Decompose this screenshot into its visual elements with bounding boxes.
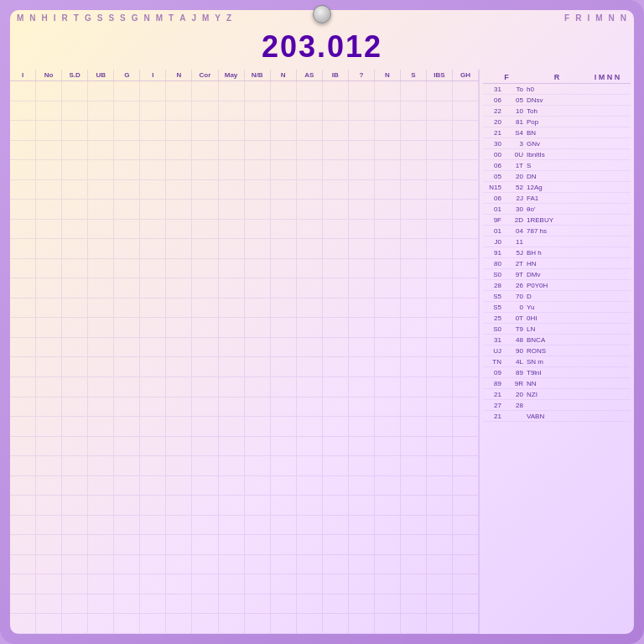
sidebar-col3: DN (527, 173, 631, 180)
grid-cell (297, 121, 323, 140)
grid-cell (62, 614, 88, 633)
sidebar-col2: To (505, 86, 523, 93)
sidebar-col1: 25 (483, 314, 501, 322)
list-item: 21 20 NZI (483, 389, 631, 400)
grid-cell (114, 318, 140, 337)
grid-cell (323, 318, 349, 337)
grid-cell (427, 200, 453, 219)
grid-cell (114, 574, 140, 594)
nav-item: H (42, 13, 49, 23)
grid-cell (219, 220, 245, 239)
grid-cell (297, 259, 323, 278)
grid-cell (36, 595, 62, 614)
grid-cell (10, 614, 36, 633)
grid-cell (219, 101, 245, 121)
grid-cell (401, 614, 427, 633)
grid-cell (10, 397, 36, 417)
grid-cell (323, 278, 349, 298)
grid-cell (88, 318, 114, 337)
grid-header-cell: I (10, 70, 36, 80)
sidebar-header: F R I M N N (483, 71, 631, 84)
grid-cell (219, 397, 245, 417)
grid-cell (297, 476, 323, 496)
grid-cell (88, 437, 114, 456)
list-item: TN 4L SN m (483, 356, 631, 367)
grid-cell (349, 574, 375, 594)
grid-cell (401, 200, 427, 219)
grid-cell (427, 614, 453, 633)
sidebar-col2: 10 (505, 107, 523, 115)
list-item: 22 10 Toh (483, 106, 631, 117)
grid-cell (114, 220, 140, 239)
grid-cell (88, 160, 114, 179)
grid-cell (10, 81, 36, 101)
grid-cell (62, 456, 88, 475)
sidebar-header-col: R (533, 73, 580, 81)
grid-cell (10, 456, 36, 475)
grid-cell (297, 160, 323, 179)
grid-cell (192, 101, 218, 121)
nav-item: A (179, 13, 186, 23)
grid-cell (166, 377, 192, 397)
sidebar-col2: 26 (505, 282, 523, 289)
sidebar-col2: 2T (505, 260, 523, 267)
grid-cell (271, 121, 297, 140)
grid-cell (114, 535, 140, 554)
sidebar-col3: 787 hs (527, 227, 631, 235)
grid-cell (323, 160, 349, 179)
grid-cell (62, 200, 88, 219)
grid-cell (88, 555, 114, 574)
grid-cell (36, 338, 62, 357)
grid-cell (349, 338, 375, 357)
grid-cell (62, 555, 88, 574)
grid-cell (401, 259, 427, 278)
grid-cell (88, 278, 114, 298)
grid-cell (453, 101, 479, 121)
grid-cell (192, 555, 218, 574)
sidebar-col2: 2J (505, 195, 523, 202)
grid-cell (427, 516, 453, 535)
sidebar-col3: 0HI (527, 314, 631, 322)
grid-cell (349, 81, 375, 101)
sidebar-col2: 28 (505, 402, 523, 409)
sidebar-col2: 81 (505, 118, 523, 126)
sidebar: F R I M N N 31 To h0 06 05 DNsv 22 10 To… (479, 70, 634, 634)
grid-cell (349, 377, 375, 397)
grid-row (10, 180, 479, 200)
list-item: 30 3 GNv (483, 138, 631, 149)
grid-cell (114, 180, 140, 200)
grid-cell (323, 220, 349, 239)
grid-cell (245, 357, 271, 377)
grid-cell (192, 81, 218, 101)
sidebar-col3: IbnItIs (527, 151, 631, 158)
grid-cell (88, 397, 114, 417)
grid-cell (219, 456, 245, 475)
grid-cell (192, 180, 218, 200)
grid-cell (36, 614, 62, 633)
grid-cell (401, 377, 427, 397)
grid-cell (10, 141, 36, 160)
grid-cell (219, 239, 245, 258)
sidebar-col3: FA1 (527, 195, 631, 202)
grid-cell (219, 516, 245, 535)
sidebar-col2: 1T (505, 162, 523, 169)
grid-cell (401, 121, 427, 140)
sidebar-col3: BNCA (527, 336, 631, 344)
grid-cell (271, 338, 297, 357)
list-item: 27 28 (483, 400, 631, 411)
grid-cell (192, 456, 218, 475)
grid-header-cell: UB (88, 70, 114, 80)
page-title: 203.012 (10, 26, 634, 70)
grid-cell (401, 239, 427, 258)
nav-item: M (202, 13, 210, 23)
grid-cell (323, 101, 349, 121)
list-item: 09 89 T9lnI (483, 367, 631, 378)
grid-cell (88, 496, 114, 515)
grid-cell (62, 535, 88, 554)
sidebar-col3: LN (527, 325, 631, 333)
grid-row (10, 555, 479, 575)
grid-cell (427, 574, 453, 594)
grid-cell (323, 614, 349, 633)
grid-cell (245, 456, 271, 475)
grid-cell (401, 338, 427, 357)
